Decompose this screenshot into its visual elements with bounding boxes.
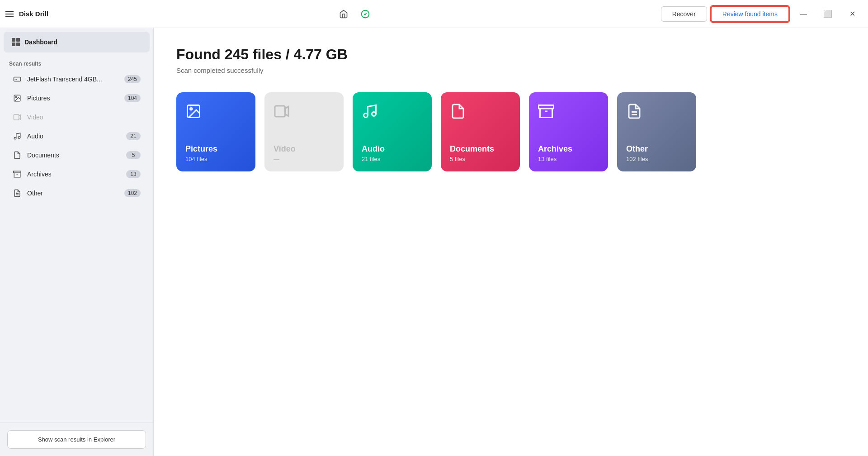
sidebar-item-pictures-count: 104: [124, 94, 141, 102]
other-icon: [13, 189, 22, 198]
category-card-documents[interactable]: Documents 5 files: [441, 92, 520, 171]
category-card-archives[interactable]: Archives 13 files: [529, 92, 608, 171]
sidebar-item-audio[interactable]: Audio 21: [4, 127, 150, 145]
documents-card-icon: [450, 103, 511, 123]
category-card-audio[interactable]: Audio 21 files: [353, 92, 432, 171]
sidebar-item-video-label: Video: [27, 114, 141, 121]
svg-rect-6: [14, 114, 19, 120]
sidebar-item-archives[interactable]: Archives 13: [4, 165, 150, 183]
review-found-items-button[interactable]: Review found items: [711, 6, 789, 22]
video-card-name: Video: [274, 144, 335, 154]
archives-icon: [13, 170, 22, 179]
main-content: Found 245 files / 4.77 GB Scan completed…: [154, 28, 868, 456]
category-card-video[interactable]: Video —: [264, 92, 344, 171]
scan-status-subtitle: Scan completed successfully: [176, 66, 845, 74]
sidebar-item-audio-count: 21: [126, 132, 141, 140]
audio-card-count: 21 files: [362, 156, 423, 162]
pictures-card-icon: [185, 103, 246, 123]
sidebar-item-jetflash-count: 245: [124, 75, 141, 83]
sidebar-item-documents[interactable]: Documents 5: [4, 146, 150, 164]
found-files-title: Found 245 files / 4.77 GB: [176, 46, 845, 63]
pictures-card-count: 104 files: [185, 156, 246, 162]
dashboard-grid-icon: [12, 38, 20, 46]
archives-card-count: 13 files: [538, 156, 599, 162]
svg-point-8: [18, 137, 20, 139]
sidebar-item-documents-count: 5: [126, 151, 141, 159]
sidebar-item-archives-count: 13: [126, 170, 141, 178]
category-card-other[interactable]: Other 102 files: [617, 92, 696, 171]
archives-card-icon: [538, 103, 599, 123]
title-bar-nav: [335, 6, 373, 22]
sidebar: Dashboard Scan results JetFlash Transcen…: [0, 28, 154, 456]
close-button[interactable]: ✕: [842, 6, 863, 22]
sidebar-item-video[interactable]: Video: [4, 108, 150, 126]
sidebar-item-jetflash[interactable]: JetFlash Transcend 4GB... 245: [4, 70, 150, 88]
home-icon[interactable]: [335, 6, 352, 22]
sidebar-footer: Show scan results in Explorer: [0, 423, 153, 456]
check-icon[interactable]: [357, 6, 373, 22]
hamburger-menu-icon[interactable]: [5, 11, 14, 17]
svg-point-17: [372, 112, 376, 116]
other-card-icon: [626, 103, 687, 123]
scan-results-label: Scan results: [0, 56, 153, 70]
svg-rect-15: [275, 106, 285, 117]
title-bar-left: Disk Drill: [5, 10, 48, 18]
sidebar-item-other[interactable]: Other 102: [4, 184, 150, 202]
sidebar-item-pictures-label: Pictures: [27, 95, 119, 102]
documents-card-count: 5 files: [450, 156, 511, 162]
sidebar-item-documents-label: Documents: [27, 152, 121, 159]
title-bar: Disk Drill Recover Review found items — …: [0, 0, 868, 28]
sidebar-item-archives-label: Archives: [27, 171, 121, 178]
sidebar-item-other-count: 102: [124, 189, 141, 197]
svg-rect-9: [14, 171, 21, 173]
app-title: Disk Drill: [19, 10, 48, 18]
sidebar-item-other-label: Other: [27, 190, 119, 197]
sidebar-item-audio-label: Audio: [27, 133, 121, 140]
video-card-count: —: [274, 156, 335, 162]
audio-card-icon: [362, 103, 423, 123]
sidebar-item-pictures[interactable]: Pictures 104: [4, 89, 150, 107]
svg-point-5: [15, 96, 16, 97]
video-icon: [13, 113, 22, 122]
drive-icon: [13, 75, 22, 84]
main-layout: Dashboard Scan results JetFlash Transcen…: [0, 28, 868, 456]
svg-point-14: [190, 108, 193, 110]
category-card-pictures[interactable]: Pictures 104 files: [176, 92, 255, 171]
svg-point-16: [364, 114, 368, 118]
video-card-icon: [274, 103, 335, 123]
documents-icon: [13, 151, 22, 160]
recover-button[interactable]: Recover: [661, 6, 707, 22]
show-scan-results-explorer-button[interactable]: Show scan results in Explorer: [7, 430, 146, 449]
minimize-button[interactable]: —: [793, 6, 814, 22]
pictures-icon: [13, 94, 22, 103]
other-card-name: Other: [626, 144, 687, 154]
maximize-button[interactable]: ⬜: [817, 6, 838, 22]
archives-card-name: Archives: [538, 144, 599, 154]
dashboard-label: Dashboard: [24, 38, 57, 46]
sidebar-item-jetflash-label: JetFlash Transcend 4GB...: [27, 76, 119, 83]
svg-rect-18: [539, 105, 554, 109]
category-cards-row: Pictures 104 files Video — Audio 21 file…: [176, 92, 845, 171]
other-card-count: 102 files: [626, 156, 687, 162]
title-bar-actions: Recover Review found items — ⬜ ✕: [661, 6, 863, 22]
audio-card-name: Audio: [362, 144, 423, 154]
sidebar-item-dashboard[interactable]: Dashboard: [4, 32, 150, 52]
audio-icon: [13, 132, 22, 141]
svg-point-7: [14, 137, 16, 139]
documents-card-name: Documents: [450, 144, 511, 154]
pictures-card-name: Pictures: [185, 144, 246, 154]
